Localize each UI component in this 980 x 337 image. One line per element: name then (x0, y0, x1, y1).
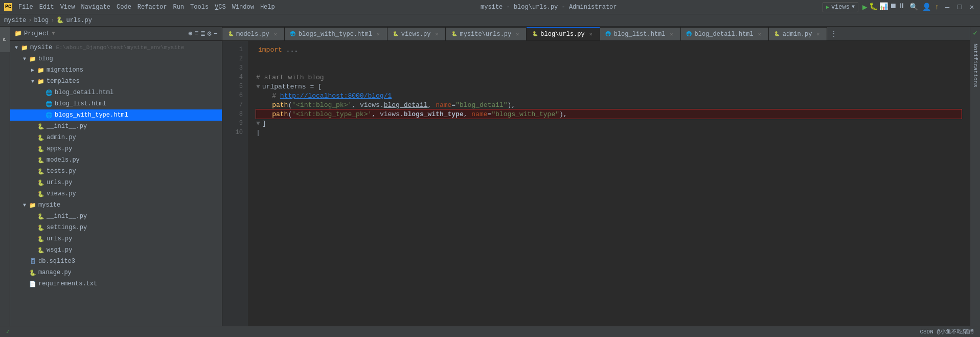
user-icon[interactable]: 👤 (922, 3, 931, 11)
tree-item-init-py[interactable]: ▶ 🐍 __init__.py (10, 121, 222, 132)
maximize-button[interactable]: □ (955, 3, 964, 11)
tab-blogs-with-type[interactable]: 🌐 blogs_with_type.html ✕ (285, 27, 388, 40)
tree-item-blog-detail-html[interactable]: ▶ 🌐 blog_detail.html (10, 87, 222, 98)
code-comma-3: , (372, 110, 380, 118)
tab-blog-list[interactable]: 🌐 blog_list.html ✕ (600, 27, 681, 40)
expand-icon[interactable]: ≣ (201, 29, 205, 38)
tree-item-blog[interactable]: ▼ 📁 blog (10, 53, 222, 64)
file-icon-requirements-txt: 📄 (29, 280, 37, 287)
code-line-8: path ( '<int:blog_type_pk>' , views. blo… (256, 109, 962, 119)
tree-item-migrations[interactable]: ▶ 📁 migrations (10, 64, 222, 76)
file-icon-settings-py: 🐍 (37, 224, 45, 231)
stop-button[interactable]: ⏹ (890, 2, 897, 12)
pause-button[interactable]: ⏸ (898, 2, 905, 12)
menu-file[interactable]: File (18, 4, 33, 11)
tree-item-mysite-urls-py[interactable]: ▶ 🐍 urls.py (10, 233, 222, 244)
tab-mysite-urls[interactable]: 🐍 mysite\urls.py ✕ (446, 27, 527, 40)
menu-tools[interactable]: Tools (190, 4, 209, 11)
tree-item-mysite-root[interactable]: ▼ 📁 mysite E:\about_Django\test\mysite_e… (10, 42, 222, 53)
menu-window[interactable]: Window (232, 4, 254, 11)
tree-item-wsgi-py[interactable]: ▶ 🐍 wsgi.py (10, 244, 222, 256)
code-eq: = [ (310, 83, 322, 91)
menu-code[interactable]: Code (117, 4, 131, 11)
code-line-10: | (256, 128, 962, 137)
tree-item-db-sqlite3[interactable]: ▶ 🗄 db.sqlite3 (10, 256, 222, 267)
tab-views-py[interactable]: 🐍 views.py ✕ (388, 27, 446, 40)
line-num-1: 1 (222, 45, 248, 54)
tabs-more-button[interactable]: ⋮ (827, 27, 840, 40)
menu-help[interactable]: Help (260, 4, 275, 11)
tree-label-models-py: models.py (47, 156, 80, 164)
breadcrumb-file[interactable]: urls.py (66, 17, 92, 24)
tab-close-models[interactable]: ✕ (272, 31, 279, 38)
close-button[interactable]: ✕ (968, 3, 976, 11)
tab-models-py[interactable]: 🐍 models.py ✕ (222, 27, 285, 40)
tab-close-mysite-urls[interactable]: ✕ (514, 31, 521, 38)
tree-item-requirements-txt[interactable]: ▶ 📄 requirements.txt (10, 278, 222, 289)
collapse-icon[interactable]: ≡ (194, 29, 198, 38)
notifications-label[interactable]: Notifications (972, 43, 978, 87)
tree-item-manage-py[interactable]: ▶ 🐍 manage.py (10, 267, 222, 278)
code-import-dots: ... (282, 46, 298, 54)
menu-refactor[interactable]: Refactor (138, 4, 167, 11)
tab-label-views: views.py (401, 31, 431, 38)
tab-close-blog-urls[interactable]: ✕ (587, 31, 595, 38)
tree-label-init-py: __init__.py (47, 123, 87, 130)
tree-item-apps-py[interactable]: ▶ 🐍 apps.py (10, 143, 222, 154)
tree-item-mysite-init-py[interactable]: ▶ 🐍 __init__.py (10, 211, 222, 222)
views-button[interactable]: ▶ views ▼ (823, 2, 858, 12)
tab-admin-py[interactable]: 🐍 admin.py ✕ (769, 27, 828, 40)
settings-icon[interactable]: ⚙ (207, 29, 211, 38)
tab-close-blog-detail[interactable]: ✕ (756, 31, 763, 38)
tree-item-views-py[interactable]: ▶ 🐍 views.py (10, 188, 222, 199)
minimize-button[interactable]: — (943, 3, 951, 11)
tree-item-admin-py[interactable]: ▶ 🐍 admin.py (10, 132, 222, 143)
code-path-func-2: path (272, 110, 288, 118)
run-button[interactable]: ▶ (862, 2, 868, 12)
menu-vcs[interactable]: VCS (215, 4, 226, 11)
tree-item-blogs-with-type-html[interactable]: ▶ 🌐 blogs_with_type.html (10, 109, 222, 121)
tree-item-templates[interactable]: ▼ 📁 templates (10, 76, 222, 87)
sidebar-project-icon[interactable]: P (0, 27, 10, 52)
project-label: Project (24, 30, 50, 37)
tab-label-blog-detail: blog_detail.html (695, 31, 754, 38)
tab-icon-blog-urls: 🐍 (532, 31, 538, 37)
menu-edit[interactable]: Edit (39, 4, 54, 11)
code-url-link[interactable]: http://localhost:8000/blog/1 (280, 92, 392, 100)
menu-navigate[interactable]: Navigate (81, 4, 110, 11)
dropdown-arrow[interactable]: ▼ (52, 31, 55, 36)
tree-label-apps-py: apps.py (47, 145, 72, 152)
tab-label-mysite-urls: mysite\urls.py (460, 31, 511, 38)
menu-run[interactable]: Run (173, 4, 184, 11)
tree-item-models-py[interactable]: ▶ 🐍 models.py (10, 154, 222, 166)
code-eq-1: = (451, 101, 455, 109)
tree-item-settings-py[interactable]: ▶ 🐍 settings.py (10, 222, 222, 233)
tree-item-blog-list-html[interactable]: ▶ 🌐 blog_list.html (10, 98, 222, 109)
tabs-bar: 🐍 models.py ✕ 🌐 blogs_with_type.html ✕ 🐍… (222, 27, 970, 41)
search-button[interactable]: 🔍 (909, 3, 918, 11)
tree-item-tests-py[interactable]: ▶ 🐍 tests.py (10, 166, 222, 177)
breadcrumb-blog[interactable]: blog (34, 17, 49, 24)
profile-button[interactable]: 📊 (879, 2, 888, 12)
menu-view[interactable]: View (60, 4, 75, 11)
tab-close-blog-list[interactable]: ✕ (668, 31, 675, 38)
update-icon[interactable]: ↑ (935, 3, 939, 11)
tab-close-admin[interactable]: ✕ (814, 31, 822, 38)
line-num-4: 4 (222, 73, 248, 82)
tree-item-mysite-folder[interactable]: ▼ 📁 mysite (10, 199, 222, 211)
code-content[interactable]: import ... # start with blog ▼ urlpatter… (248, 41, 970, 326)
debug-button[interactable]: 🐛 (869, 2, 878, 12)
status-watermark: CSDN @小鱼不吃猪蹄 (920, 328, 974, 335)
tab-blog-detail[interactable]: 🌐 blog_detail.html ✕ (681, 27, 769, 40)
tab-close-blogs-with-type[interactable]: ✕ (375, 31, 382, 38)
code-paren-open-1: ( (288, 101, 292, 109)
project-panel-header: 📁 Project ▼ ⊕ ≡ ≣ ⚙ – (10, 27, 222, 41)
locate-icon[interactable]: ⊕ (188, 29, 192, 38)
tab-label-blogs-with-type: blogs_with_type.html (299, 31, 372, 38)
close-panel-icon[interactable]: – (214, 29, 218, 38)
tab-blog-urls[interactable]: 🐍 blog\urls.py ✕ (527, 27, 600, 40)
fold-icon-5: ▼ (256, 83, 260, 91)
tree-item-blog-urls-py[interactable]: ▶ 🐍 urls.py (10, 177, 222, 188)
breadcrumb-project[interactable]: mysite (4, 17, 26, 24)
tab-close-views[interactable]: ✕ (433, 31, 440, 38)
